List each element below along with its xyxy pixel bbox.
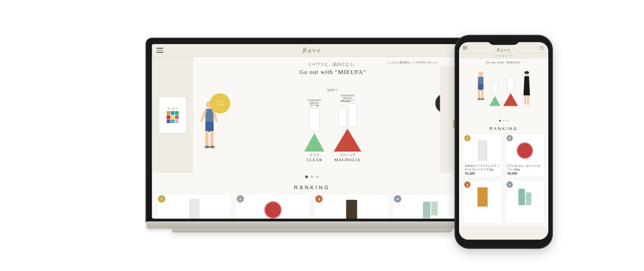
phone-rank-1-name: [SALE] ミーファフレクラ ンス/スプレー クリア10g xyxy=(465,164,500,172)
ranking-item-1[interactable]: 1 xyxy=(156,194,231,219)
phone-dot-3[interactable] xyxy=(506,120,508,122)
laptop-foot xyxy=(171,229,453,232)
phone-clear-product xyxy=(489,81,500,107)
clear-name-en: CLEAR xyxy=(306,158,322,162)
phone-rank-1-img xyxy=(465,138,500,163)
phone-screen: Ravo 🛒 トータルビューティ Go out with "MIEUFA" xyxy=(459,42,548,240)
phone-rank-item-3[interactable]: 3 xyxy=(463,180,502,224)
phone-hero-title: Go out with "MIEUFA" xyxy=(462,61,546,64)
phone-notch xyxy=(488,36,520,45)
figure-male: メンズも Go xyxy=(198,98,221,162)
phone-rank-badge-2: 2 xyxy=(506,135,513,141)
phone-cart-icon[interactable]: 🛒 xyxy=(539,45,545,50)
scene: Ravo 🛒 KIGI xyxy=(0,0,644,271)
phone-logo: Ravo xyxy=(497,46,511,52)
laptop-hero-area: KIGI xyxy=(152,57,472,173)
phone-rank-badge-1: 1 xyxy=(464,135,471,141)
dot-1[interactable] xyxy=(305,175,308,178)
kigi-label: KIGI xyxy=(167,107,178,110)
phone-rank-item-1[interactable]: 1 [SALE] ミーファフレクラ ンス/スプレー クリア10g ¥1,320 xyxy=(463,134,502,177)
phone-rank-4-img xyxy=(507,184,542,209)
hero-title-en: Go out with "MIEUFA" xyxy=(198,68,467,76)
product-bottles-row: HAIR&SKINMIEUFACLEAR クリア CLEAR xyxy=(304,94,361,162)
phone-ranking-title: RANKING xyxy=(463,126,545,131)
kigi-product-area: KIGI xyxy=(152,57,193,173)
phone-rank-2-name: [フリオ] ロレッタハードゼ リー 300g xyxy=(507,164,542,172)
svg-point-5 xyxy=(204,146,210,148)
phone-hero-content xyxy=(462,66,546,107)
phone-dot-1[interactable] xyxy=(499,120,501,122)
laptop-screen-wrapper: Ravo 🛒 KIGI xyxy=(146,39,477,221)
rank-badge-1: 1 xyxy=(158,195,165,203)
dot-3[interactable] xyxy=(316,175,319,178)
phone-rank-3-img xyxy=(465,184,500,209)
ranking-item-3[interactable]: 3 xyxy=(314,194,389,219)
rank-badge-4: 4 xyxy=(394,195,401,203)
phone-rank-item-2[interactable]: 2 [フリオ] ロレッタハードゼ リー 300g ¥2,200 xyxy=(505,134,545,177)
center-products: 無香料で HAIR&SKINMIEUFACLEAR xyxy=(225,88,440,162)
magnolia-bottles xyxy=(338,103,357,127)
magnolia-triangle xyxy=(334,129,361,152)
laptop-ranking-items: 1 2 3 4 xyxy=(156,194,467,219)
phone-rank-badge-3: 3 xyxy=(464,181,471,188)
phone-rank-2-img xyxy=(507,138,542,163)
svg-rect-27 xyxy=(524,96,526,105)
laptop-ranking-title: RANKING xyxy=(156,185,467,190)
svg-rect-20 xyxy=(478,84,483,90)
magnolia-bottle-group: HAIR&SKINMIEUFAMAGNOLIA xyxy=(334,94,361,162)
svg-rect-22 xyxy=(481,90,483,99)
svg-rect-21 xyxy=(478,90,480,99)
rank-3-product-img xyxy=(346,200,357,219)
laptop-ranking-section: RANKING 1 2 3 xyxy=(152,181,472,219)
clear-name-jp: クリア xyxy=(310,153,319,158)
svg-point-6 xyxy=(209,146,215,148)
rank-1-product-img xyxy=(189,199,199,219)
magnolia-name-en: MAGNOLIA xyxy=(334,158,361,162)
clear-triangle xyxy=(304,133,324,152)
svg-rect-3 xyxy=(205,131,208,147)
phone-female-figure xyxy=(520,70,534,107)
phone-rank-item-4[interactable]: 4 xyxy=(505,180,545,224)
spf-badge: しっかり 紫外線カット SPF50+ PA++++ xyxy=(387,61,437,64)
phone-magnolia-product xyxy=(503,77,518,107)
dot-2[interactable] xyxy=(310,175,313,178)
hero-content: メンズも Go xyxy=(198,79,467,162)
svg-rect-4 xyxy=(210,131,213,147)
ranking-item-2[interactable]: 2 xyxy=(235,194,310,219)
phone-device: Ravo 🛒 トータルビューティ Go out with "MIEUFA" xyxy=(455,36,552,248)
magnolia-name-jp: マグノリア xyxy=(339,153,356,158)
laptop-base xyxy=(146,221,477,229)
svg-rect-19 xyxy=(478,77,483,85)
phone-hamburger-icon[interactable] xyxy=(463,46,467,49)
bubble-men: メンズも Go xyxy=(210,93,230,113)
svg-rect-2 xyxy=(205,122,213,132)
hamburger-icon[interactable] xyxy=(156,48,163,53)
svg-point-26 xyxy=(524,71,529,74)
svg-point-24 xyxy=(481,98,484,100)
rank-2-product-img xyxy=(264,201,282,219)
kigi-box: KIGI xyxy=(159,96,186,133)
laptop-browser-bar: Ravo 🛒 xyxy=(152,44,472,57)
svg-line-7 xyxy=(201,111,205,121)
svg-rect-28 xyxy=(527,96,529,105)
laptop-hero-main: ミーファと、出かけよう。 Go out with "MIEUFA" メンズも G… xyxy=(193,57,472,173)
rank-4-product-img xyxy=(423,202,437,218)
svg-rect-1 xyxy=(205,109,213,123)
phone-subtitle: トータルビューティ xyxy=(459,53,548,58)
phone-body: Ravo 🛒 トータルビューティ Go out with "MIEUFA" xyxy=(455,36,552,248)
laptop-logo: Ravo xyxy=(303,47,322,54)
svg-point-23 xyxy=(477,98,481,100)
phone-male-figure xyxy=(474,70,488,107)
kigi-squares xyxy=(167,111,178,123)
rank-badge-3: 3 xyxy=(315,195,322,203)
phone-hero: Go out with "MIEUFA" xyxy=(459,58,548,118)
phone-rank-1-price: ¥1,320 xyxy=(465,171,500,175)
phone-products-center xyxy=(489,77,518,107)
phone-dot-2[interactable] xyxy=(503,120,505,122)
laptop-device: Ravo 🛒 KIGI xyxy=(146,39,477,232)
clear-bottle-group: HAIR&SKINMIEUFACLEAR クリア CLEAR xyxy=(304,99,324,162)
phone-rank-badge-4: 4 xyxy=(506,181,513,188)
phone-ranking-grid: 1 [SALE] ミーファフレクラ ンス/スプレー クリア10g ¥1,320 … xyxy=(463,134,545,224)
rank-badge-2: 2 xyxy=(236,195,244,203)
phone-pagination xyxy=(459,118,548,124)
